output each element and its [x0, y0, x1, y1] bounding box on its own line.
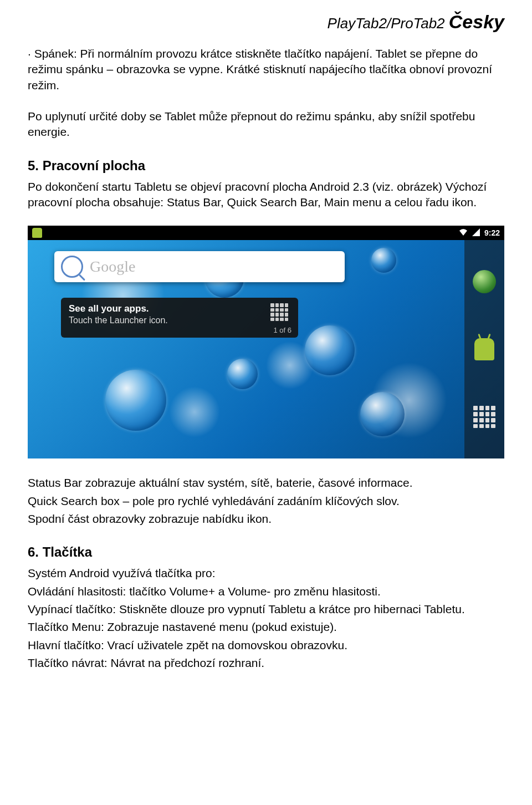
android-home-screenshot: 9:22 Google See all your apps. Touch the… [28, 226, 504, 458]
section-5b-line1: Status Bar zobrazuje aktuální stav systé… [28, 475, 504, 491]
right-dock [464, 240, 504, 458]
section-5b-line2: Quick Search box – pole pro rychlé vyhle… [28, 493, 504, 509]
android-notification-icon[interactable] [32, 228, 42, 238]
language-label: Česky [449, 11, 504, 32]
search-icon [61, 256, 83, 278]
section-6-line3: Vypínací tlačítko: Stiskněte dlouze pro … [28, 602, 504, 617]
status-bar: 9:22 [28, 226, 504, 240]
section-6-line5: Hlavní tlačítko: Vrací uživatele zpět na… [28, 638, 504, 653]
section-6-line1: Systém Android využívá tlačítka pro: [28, 565, 504, 581]
tip-title: See all your apps. [69, 303, 290, 314]
wallpaper-droplet [105, 370, 166, 431]
search-placeholder: Google [90, 258, 135, 276]
wifi-icon [459, 228, 468, 238]
section-6-line4: Tlačítko Menu: Zobrazuje nastavené menu … [28, 619, 504, 635]
section-6-title: 6. Tlačítka [28, 544, 504, 560]
document-page: PlayTab2/ProTab2 Česky · Spánek: Při nor… [0, 0, 532, 709]
section-5b-line3: Spodní část obrazovky zobrazuje nabídku … [28, 511, 504, 527]
intro-paragraph-2: Po uplynutí určité doby se Tablet může p… [28, 109, 504, 140]
android-app-icon[interactable] [472, 337, 497, 362]
google-search-widget[interactable]: Google [54, 251, 345, 282]
page-header: PlayTab2/ProTab2 Česky [28, 11, 504, 33]
onboarding-tip[interactable]: See all your apps. Touch the Launcher ic… [61, 298, 298, 338]
intro-paragraph-1: · Spánek: Při normálním provozu krátce s… [28, 46, 504, 93]
section-6-line6: Tlačítko návrat: Návrat na předchozí roz… [28, 655, 504, 671]
product-name: PlayTab2/ProTab2 [328, 15, 445, 32]
section-5-text: Po dokončení startu Tabletu se objeví pr… [28, 179, 504, 211]
wallpaper-droplet [227, 359, 258, 389]
launcher-apps-icon[interactable] [472, 404, 497, 430]
apps-grid-icon [270, 303, 288, 321]
signal-icon [472, 228, 480, 238]
section-6-line2: Ovládání hlasitosti: tlačítko Volume+ a … [28, 584, 504, 599]
wallpaper-droplet [360, 392, 405, 436]
status-time: 9:22 [484, 228, 500, 237]
section-5-title: 5. Pracovní plocha [28, 158, 504, 174]
wallpaper-droplet [371, 248, 396, 273]
tip-subtitle: Touch the Launcher icon. [69, 315, 290, 325]
tip-page-indicator: 1 of 6 [273, 326, 291, 334]
browser-app-icon[interactable] [472, 269, 497, 294]
wallpaper-droplet [305, 325, 355, 375]
